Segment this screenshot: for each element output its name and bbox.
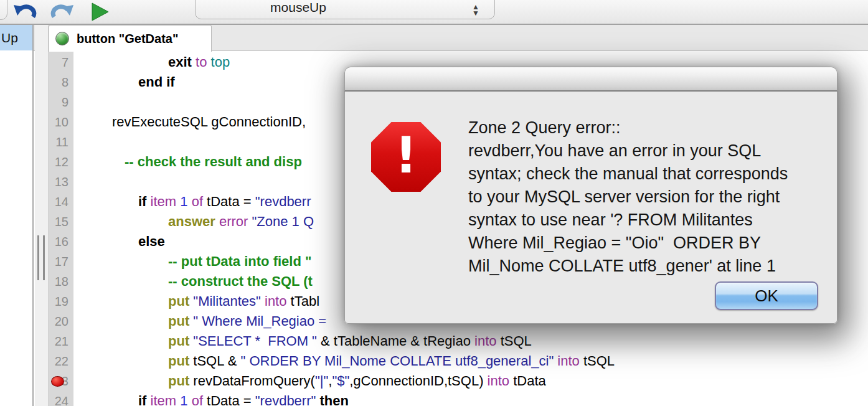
undo-icon <box>13 2 37 22</box>
code-token: "SELECT * FROM " <box>193 333 317 349</box>
dialog-message: Zone 2 Query error::revdberr,You have an… <box>468 116 823 278</box>
line-number[interactable]: 8 <box>49 72 73 92</box>
code-token: "Militantes" <box>193 293 261 309</box>
code-token: into <box>557 353 579 369</box>
code-token: & tTableName & tRegiao <box>317 333 474 349</box>
line-number[interactable]: 20 <box>49 311 73 331</box>
stepper-arrows-icon[interactable]: ▲▼ <box>472 4 479 16</box>
code-token: error <box>219 214 248 229</box>
code-token: if <box>138 393 146 406</box>
line-number[interactable]: 24 <box>49 391 73 406</box>
code-token: into <box>488 373 509 389</box>
line-number[interactable]: 13 <box>49 172 73 192</box>
handler-selector-value: mouseUp <box>270 0 420 19</box>
code-token: put <box>168 373 189 389</box>
code-token: tData <box>509 373 546 389</box>
redo-icon <box>50 2 74 22</box>
code-token: " Where Mil_Regiao = <box>193 313 330 329</box>
line-number[interactable]: 18 <box>49 271 73 291</box>
code-token: of <box>192 194 203 209</box>
code-line[interactable]: put revDataFromQuery("|","$",gConnection… <box>73 371 868 391</box>
line-number[interactable]: 9 <box>49 92 73 112</box>
tab-label: button "GetData" <box>77 32 178 46</box>
code-token: 1 <box>180 393 187 406</box>
code-token: top <box>211 54 230 70</box>
dialog-message-line: revdberr,You have an error in your SQL <box>468 139 823 163</box>
dialog-body: ! Zone 2 Query error::revdberr,You have … <box>344 92 837 324</box>
code-token: " ORDER BY Mil_Nome COLLATE utf8_general… <box>241 353 554 369</box>
code-token: tData = <box>203 194 255 209</box>
code-token: tSQL <box>580 353 615 369</box>
line-number[interactable]: 21 <box>49 331 73 351</box>
dialog-message-line: syntax to use near '? FROM Militantes <box>468 209 823 232</box>
code-token: "revdberr" <box>255 393 316 406</box>
ok-button[interactable]: OK <box>715 281 818 310</box>
dialog-message-line: to your MySQL server version for the rig… <box>468 186 823 209</box>
line-number[interactable]: 7 <box>49 52 73 72</box>
line-number[interactable]: 12 <box>49 152 73 172</box>
code-token: end if <box>138 74 175 90</box>
code-token: ,gConnectionID,tSQL) <box>349 373 487 389</box>
dialog-message-line: syntax; check the manual that correspond… <box>468 163 823 186</box>
gutter[interactable]: 789101112131415161718192021222324 <box>49 51 73 406</box>
redo-button[interactable] <box>50 1 75 22</box>
line-number[interactable]: 15 <box>49 212 73 232</box>
code-token: -- put tData into field " <box>168 253 311 269</box>
error-stop-icon: ! <box>371 122 441 192</box>
code-token: 1 <box>180 194 187 209</box>
dialog-message-line: Mil_Nome COLLATE utf8_gener' at line 1 <box>468 255 823 278</box>
line-number[interactable]: 22 <box>49 351 73 371</box>
handler-list: Up <box>0 25 34 406</box>
dialog-message-line: Zone 2 Query error:: <box>468 116 823 139</box>
exclamation-glyph: ! <box>395 126 417 184</box>
dialog-message-line: Where Mil_Regiao = "Oio" ORDER BY <box>468 232 823 255</box>
play-icon <box>89 2 110 22</box>
handler-list-item-mouseup[interactable]: Up <box>0 25 32 50</box>
code-token: "revdberr <box>255 194 311 209</box>
code-token: into <box>474 333 496 349</box>
script-editor-window: mouseUp ▲▼ Up button "GetData" 789101112… <box>0 0 868 406</box>
breakpoint-icon[interactable] <box>51 376 64 387</box>
code-token: of <box>192 393 203 406</box>
error-dialog: ! Zone 2 Query error::revdberr,You have … <box>344 67 837 324</box>
code-token: if <box>138 194 146 209</box>
code-line[interactable]: put tSQL & " ORDER BY Mil_Nome COLLATE u… <box>73 351 868 371</box>
code-token: "$" <box>332 373 349 389</box>
line-number[interactable]: 16 <box>49 232 73 252</box>
line-number[interactable]: 14 <box>49 192 73 212</box>
toolbar: mouseUp ▲▼ <box>0 0 868 25</box>
code-token: into <box>265 293 286 309</box>
code-token: revDataFromQuery( <box>189 373 315 389</box>
undo-button[interactable] <box>12 1 37 22</box>
code-token: put <box>168 353 189 369</box>
code-token: item <box>151 393 177 406</box>
handler-selector[interactable]: mouseUp ▲▼ <box>195 0 495 19</box>
code-token: "|" <box>315 373 328 389</box>
run-button[interactable] <box>87 1 112 22</box>
code-token: exit <box>168 54 192 70</box>
code-token: item <box>151 194 177 209</box>
code-token: answer <box>168 214 215 229</box>
tab-button-getdata[interactable]: button "GetData" <box>49 25 212 52</box>
code-token: -- check the result and disp <box>125 154 302 169</box>
line-number[interactable]: 17 <box>49 252 73 271</box>
code-token: then <box>319 393 348 406</box>
code-token: revExecuteSQL gConnectionID, <box>112 114 306 130</box>
splitter-grip-icon[interactable] <box>37 235 45 280</box>
script-status-icon <box>55 32 69 45</box>
code-token: else <box>138 234 165 249</box>
splitter[interactable] <box>35 25 49 406</box>
toolbar-button-edge <box>0 0 7 20</box>
code-token: "Zone 1 Q <box>252 214 314 229</box>
code-token: -- construct the SQL (t <box>168 273 313 289</box>
line-number[interactable]: 19 <box>49 291 73 311</box>
code-line[interactable]: put "SELECT * FROM " & tTableName & tReg… <box>73 331 868 351</box>
code-token: tTabl <box>286 293 319 309</box>
dialog-titlebar[interactable] <box>344 67 837 92</box>
line-number[interactable]: 23 <box>49 371 73 391</box>
code-token: put <box>168 333 189 349</box>
line-number[interactable]: 11 <box>49 132 73 152</box>
code-line[interactable]: if item 1 of tData = "revdberr" then <box>73 391 868 406</box>
line-number[interactable]: 10 <box>49 112 73 132</box>
code-token: tData = <box>203 393 255 406</box>
